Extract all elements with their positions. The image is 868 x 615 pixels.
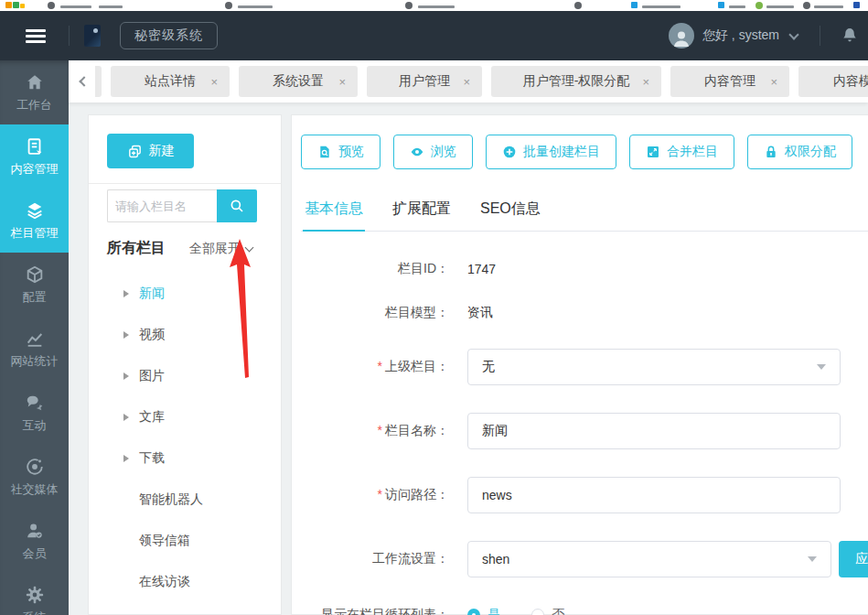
sidebar-item-content-management[interactable]: 内容管理 [0,124,69,189]
bookmark-label[interactable] [814,5,843,8]
page-tab-content-model[interactable]: 内容模型管理 [798,66,868,97]
search-button[interactable] [217,189,257,222]
radio-yes[interactable]: 是 [467,607,500,615]
sidebar-item-site-statistics[interactable]: 网站统计 [0,317,69,381]
bookmark-label[interactable] [238,5,273,8]
tree-item-library[interactable]: 文库 [89,396,281,437]
bookmark-favicon[interactable] [631,2,638,8]
batch-create-columns-button[interactable]: 批量创建栏目 [486,135,616,169]
show-in-loop-radio-group: 是 否 [467,607,564,615]
bookmark-favicon[interactable] [718,2,724,8]
new-column-button[interactable]: 新建 [107,134,194,168]
copy-plus-icon [127,144,143,159]
main-sidebar: 工作台 内容管理 栏目管理 配置 [0,60,69,615]
browser-bookmarks-bar[interactable] [0,0,868,11]
column-tree: 新闻 视频 图片 文库 下载 智能机器人 领导信箱 在线访谈 [89,273,281,615]
column-model-value: 资讯 [467,305,493,321]
app-header: 秘密级系统 您好 , system [0,11,868,60]
bookmark-favicon[interactable] [755,2,763,9]
preview-icon [317,145,332,159]
column-name-input[interactable] [467,413,841,449]
page-tab-site-detail[interactable]: 站点详情 [111,66,230,97]
bookmark-favicon[interactable] [20,4,25,8]
column-search-input[interactable] [107,189,217,222]
tree-item-video[interactable]: 视频 [89,314,281,355]
merge-columns-button[interactable]: 合并栏目 [629,135,734,169]
tab-basic-info[interactable]: 基本信息 [303,200,365,231]
field-label: 上级栏目： [301,359,449,375]
person-icon [670,27,692,49]
expand-triangle-icon[interactable] [123,331,129,339]
radio-no[interactable]: 否 [531,607,564,615]
bookmark-favicon[interactable] [803,2,810,9]
parent-column-select[interactable]: 无 [467,349,841,385]
sidebar-item-social-media[interactable]: 社交媒体 [0,445,69,509]
sidebar-item-config[interactable]: 配置 [0,253,69,317]
bookmark-favicon[interactable] [225,2,232,9]
radio-selected-icon [467,609,480,615]
tab-extended-config[interactable]: 扩展配置 [391,200,453,231]
bookmark-favicon[interactable] [13,2,19,8]
tree-item-news[interactable]: 新闻 [89,273,281,314]
tree-item-picture[interactable]: 图片 [89,355,281,396]
chevron-down-icon[interactable] [788,29,798,39]
expand-triangle-icon[interactable] [123,372,129,380]
sidebar-item-column-management[interactable]: 栏目管理 [0,189,69,253]
expand-triangle-icon[interactable] [123,455,129,462]
preview-button[interactable]: 预览 [301,135,380,169]
security-level-badge: 秘密级系统 [120,22,218,49]
close-tab-icon[interactable] [770,76,777,88]
page-tab-user-management[interactable]: 用户管理 [367,66,482,97]
bookmark-favicon[interactable] [48,2,55,9]
bookmark-label[interactable] [766,5,794,8]
close-tab-icon[interactable] [210,76,218,88]
bookmark-favicon[interactable] [574,2,582,9]
bookmark-label[interactable] [729,5,745,8]
scroll-tabs-left-button[interactable] [76,66,92,97]
page-tab-user-permission[interactable]: 用户管理-权限分配 [491,66,661,97]
user-avatar[interactable] [669,23,694,49]
apply-button[interactable]: 应用 [839,541,868,577]
close-tab-icon[interactable] [338,76,346,88]
permission-assign-button[interactable]: 权限分配 [747,135,852,169]
tree-item-robot[interactable]: 智能机器人 [89,479,281,520]
bookmark-favicon[interactable] [405,2,413,9]
tree-item-online-interview[interactable]: 在线访谈 [89,561,281,602]
bookmark-favicon[interactable] [853,2,860,8]
expand-triangle-icon[interactable] [123,414,129,421]
tab-seo-info[interactable]: SEO信息 [478,200,542,231]
page-tab-system-settings[interactable]: 系统设置 [239,66,358,97]
sidebar-item-member[interactable]: 会员 [0,509,69,573]
bell-icon[interactable] [841,27,859,45]
workflow-select[interactable]: shen [467,541,831,577]
column-id-value: 1747 [467,262,496,276]
expand-triangle-icon[interactable] [123,290,129,297]
access-path-input[interactable] [467,477,841,513]
required-asterisk [378,487,382,502]
menu-toggle-icon[interactable] [26,29,46,43]
eye-icon [410,145,424,159]
cube-icon [25,264,45,285]
tree-item-download[interactable]: 下载 [89,437,281,479]
chevron-down-icon [245,243,254,252]
browse-button[interactable]: 浏览 [393,135,473,169]
sidebar-item-system[interactable]: 系统 [0,573,69,615]
form-row-column-name: 栏目名称： [301,413,868,449]
sidebar-item-interaction[interactable]: 互动 [0,381,69,445]
gear-icon [25,585,45,605]
bookmark-label[interactable] [418,5,455,8]
bookmark-label[interactable] [99,5,123,8]
close-tab-icon[interactable] [642,76,649,88]
merge-icon [646,145,660,159]
sidebar-item-workbench[interactable]: 工作台 [0,60,69,124]
page-tab-content-management[interactable]: 内容管理 [670,66,789,97]
expand-all-toggle[interactable]: 全部展开 [189,241,252,257]
tree-item-leader-mailbox[interactable]: 领导信箱 [89,520,281,561]
field-label: 工作流设置： [301,551,449,567]
scrolled-tab-fragment[interactable] [95,66,102,97]
chart-icon [25,329,45,349]
close-tab-icon[interactable] [463,76,470,88]
bookmark-label[interactable] [642,5,680,8]
bookmark-label[interactable] [60,5,91,8]
bookmark-favicon[interactable] [5,2,12,8]
